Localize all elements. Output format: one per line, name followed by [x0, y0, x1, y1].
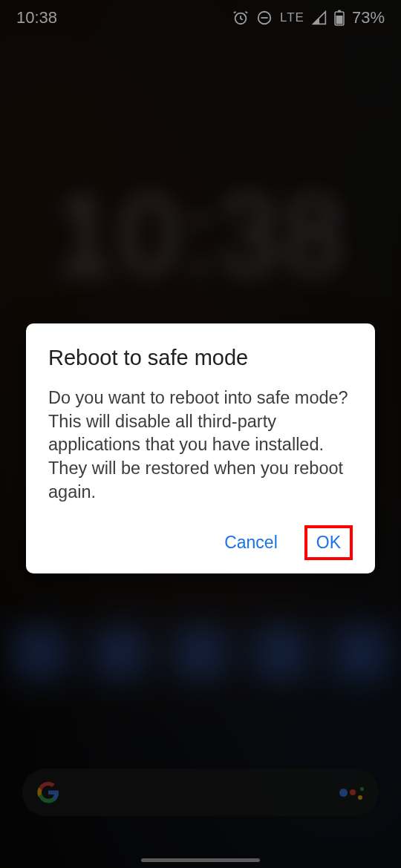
safe-mode-dialog: Reboot to safe mode Do you want to reboo…: [26, 323, 375, 573]
status-icons: LTE 73%: [232, 8, 385, 27]
status-time: 10:38: [16, 8, 57, 27]
alarm-icon: [232, 10, 249, 26]
dialog-message: Do you want to reboot into safe mode? Th…: [48, 387, 353, 504]
status-bar: 10:38 LTE 73%: [0, 0, 401, 36]
cancel-button[interactable]: Cancel: [215, 527, 287, 559]
dialog-title: Reboot to safe mode: [48, 346, 353, 370]
signal-icon: [312, 10, 327, 25]
battery-icon: [334, 10, 345, 26]
battery-percent: 73%: [352, 8, 385, 27]
svg-rect-4: [338, 10, 341, 13]
ok-button[interactable]: OK: [313, 531, 344, 554]
svg-rect-5: [336, 16, 342, 24]
ok-button-highlight: OK: [304, 525, 353, 560]
dnd-icon: [256, 10, 273, 26]
network-label: LTE: [280, 10, 304, 25]
dialog-actions: Cancel OK: [48, 525, 353, 560]
